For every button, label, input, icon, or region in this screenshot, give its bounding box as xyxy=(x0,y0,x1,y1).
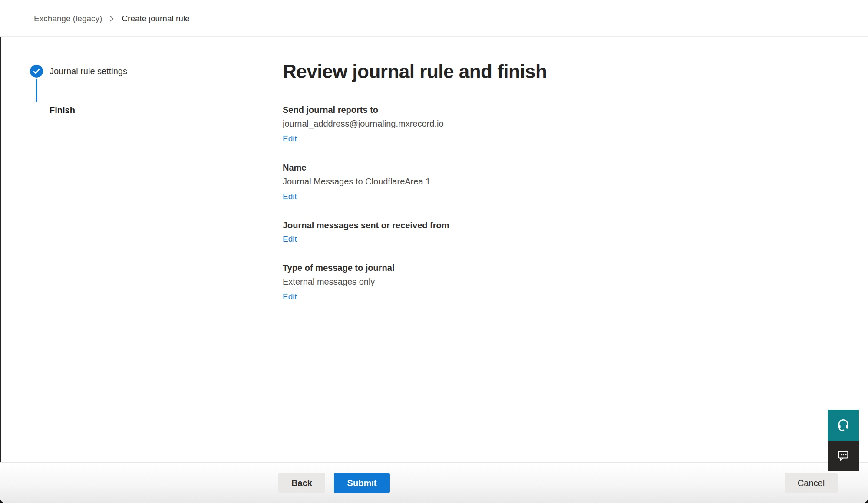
step-list: Journal rule settings Finish xyxy=(0,37,250,117)
journal-report-address: journal_adddress@journaling.mxrecord.io xyxy=(283,118,868,129)
section-name: Name Journal Messages to CloudflareArea … xyxy=(283,162,868,202)
page-title: Review journal rule and finish xyxy=(283,59,868,84)
journal-rule-name: Journal Messages to CloudflareArea 1 xyxy=(283,176,868,187)
section-label: Send journal reports to xyxy=(283,104,868,115)
wizard-footer: Back Submit Cancel xyxy=(0,462,868,503)
breadcrumb-bar: Exchange (legacy) Create journal rule xyxy=(0,0,868,37)
section-journal-messages-from: Journal messages sent or received from E… xyxy=(283,220,868,245)
feedback-chat-button[interactable] xyxy=(828,441,859,471)
step-completed-check-icon xyxy=(30,65,43,78)
edit-link-messages-from[interactable]: Edit xyxy=(283,233,297,245)
headset-icon xyxy=(836,417,851,434)
create-journal-rule-wizard: Exchange (legacy) Create journal rule xyxy=(0,0,868,503)
breadcrumb-exchange-legacy[interactable]: Exchange (legacy) xyxy=(34,14,102,23)
wizard-body: Journal rule settings Finish Review jour… xyxy=(0,37,868,463)
back-button[interactable]: Back xyxy=(278,473,325,493)
review-pane: Review journal rule and finish Send jour… xyxy=(251,37,868,463)
edit-link-send-reports[interactable]: Edit xyxy=(283,133,297,145)
edit-link-name[interactable]: Edit xyxy=(283,191,297,202)
section-send-journal-reports-to: Send journal reports to journal_adddress… xyxy=(283,104,868,145)
help-support-button[interactable] xyxy=(828,410,859,441)
edit-link-message-type[interactable]: Edit xyxy=(283,291,297,302)
step-finish[interactable]: Finish xyxy=(0,104,250,117)
step-connector-line xyxy=(36,79,37,102)
step-label: Finish xyxy=(50,105,75,115)
section-label: Name xyxy=(283,162,868,173)
step-journal-rule-settings[interactable]: Journal rule settings xyxy=(0,65,250,78)
breadcrumb: Exchange (legacy) Create journal rule xyxy=(34,14,190,23)
section-label: Journal messages sent or received from xyxy=(283,220,868,231)
chat-icon xyxy=(836,448,851,464)
cancel-button[interactable]: Cancel xyxy=(785,473,838,493)
step-label: Journal rule settings xyxy=(50,66,127,76)
section-message-type: Type of message to journal External mess… xyxy=(283,262,868,302)
submit-button[interactable]: Submit xyxy=(334,473,390,493)
breadcrumb-create-journal-rule: Create journal rule xyxy=(122,14,189,23)
chevron-right-icon xyxy=(109,15,115,22)
wizard-steps-sidebar: Journal rule settings Finish xyxy=(0,37,250,463)
section-label: Type of message to journal xyxy=(283,262,868,273)
message-type-value: External messages only xyxy=(283,276,868,287)
step-current-dot-icon xyxy=(30,104,43,117)
